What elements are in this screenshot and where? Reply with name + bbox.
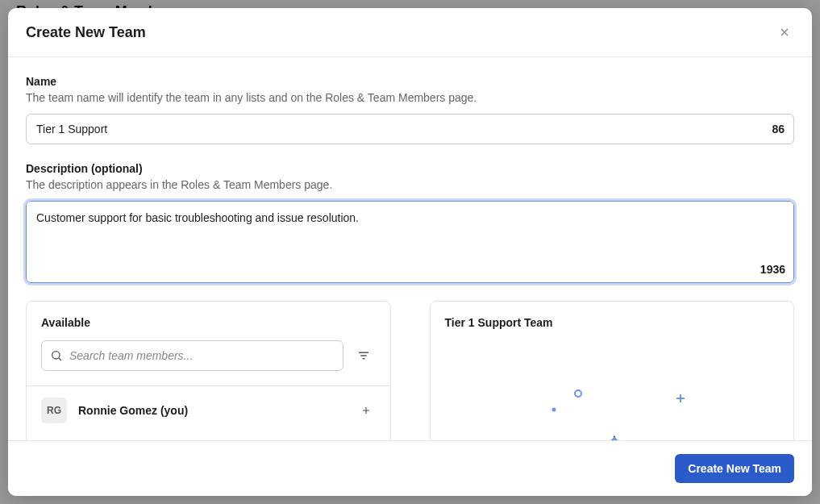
member-name: Ronnie Gomez (you) <box>78 404 345 417</box>
search-members-input[interactable] <box>63 349 335 362</box>
filter-button[interactable] <box>352 340 376 371</box>
modal-body: Name The team name will identify the tea… <box>8 57 812 440</box>
description-label: Description (optional) <box>26 162 794 175</box>
team-name-input[interactable] <box>26 114 794 144</box>
search-input-wrapper[interactable] <box>41 340 343 371</box>
svg-point-8 <box>552 408 556 412</box>
modal-title: Create New Team <box>26 24 146 41</box>
close-button[interactable] <box>775 23 794 42</box>
modal-footer: Create New Team <box>8 440 812 496</box>
empty-state-illustration <box>431 340 794 440</box>
svg-point-11 <box>585 424 614 440</box>
description-char-count: 1936 <box>760 263 785 276</box>
modal-header: Create New Team <box>8 8 812 57</box>
create-team-modal: Create New Team Name The team name will … <box>8 8 812 496</box>
avatar: RG <box>41 398 67 423</box>
search-icon <box>50 349 63 362</box>
name-help: The team name will identify the team in … <box>26 91 794 104</box>
team-description-input[interactable] <box>27 202 793 279</box>
svg-point-7 <box>575 390 581 397</box>
svg-point-12 <box>614 424 643 440</box>
create-team-button[interactable]: Create New Team <box>675 454 794 483</box>
svg-point-0 <box>52 352 60 359</box>
plus-icon <box>360 405 372 416</box>
description-help: The description appears in the Roles & T… <box>26 178 794 191</box>
available-title: Available <box>27 302 390 340</box>
available-panel: Available RG Ronnie Gomez (you) <box>26 301 391 440</box>
svg-line-1 <box>59 358 61 360</box>
close-icon <box>778 26 791 39</box>
team-panel: Tier 1 Support Team <box>430 301 795 440</box>
name-label: Name <box>26 75 794 88</box>
member-row: RG Ronnie Gomez (you) <box>27 386 390 435</box>
name-char-count: 86 <box>772 123 785 135</box>
filter-icon <box>356 348 371 363</box>
add-member-button[interactable] <box>356 401 376 420</box>
team-panel-title: Tier 1 Support Team <box>431 302 794 340</box>
